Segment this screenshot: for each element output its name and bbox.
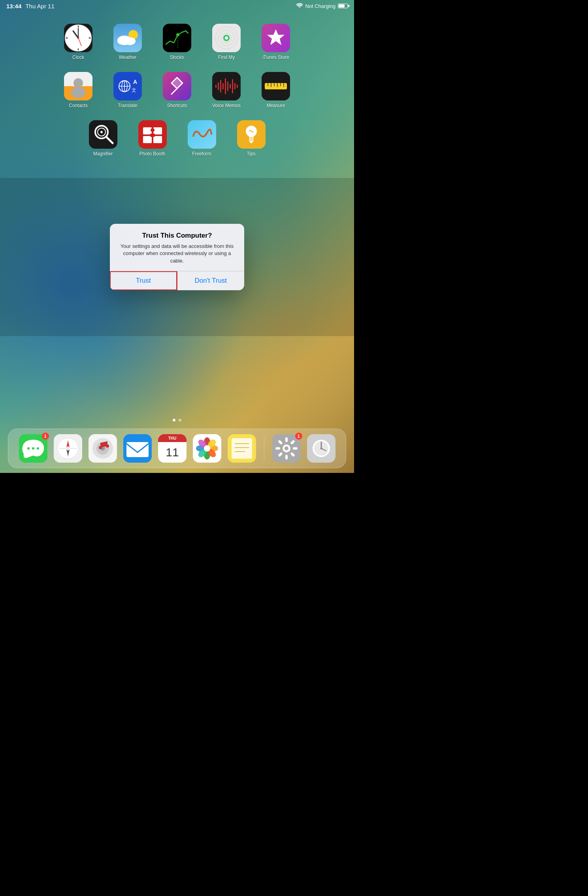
clock-icon: [64, 24, 92, 52]
dock-mail[interactable]: [123, 434, 152, 463]
svg-rect-124: [293, 447, 298, 450]
svg-point-22: [225, 36, 228, 40]
svg-point-64: [100, 131, 103, 133]
photobooth-icon: [138, 120, 167, 149]
svg-point-81: [37, 447, 39, 450]
app-tips[interactable]: Tips: [236, 120, 267, 157]
svg-rect-128: [275, 447, 280, 450]
svg-point-79: [27, 447, 30, 450]
freeform-label: Freeform: [192, 151, 211, 157]
status-date: Thu Apr 11: [25, 3, 54, 9]
magnifier-label: Magnifier: [93, 151, 113, 157]
battery-label: Not Charging: [305, 3, 335, 9]
stocks-icon: [163, 24, 191, 52]
itunes-icon: [262, 24, 290, 52]
trust-button[interactable]: Trust: [110, 271, 177, 290]
svg-point-13: [117, 38, 125, 44]
dock-divider: [264, 437, 264, 460]
svg-point-95: [106, 444, 109, 448]
dialog-content: Trust This Computer? Your settings and d…: [110, 224, 244, 265]
svg-point-93: [102, 448, 104, 449]
trust-dialog-overlay: Trust This Computer? Your settings and d…: [0, 178, 354, 336]
app-freeform[interactable]: Freeform: [186, 120, 218, 157]
status-time: 13:44: [6, 3, 21, 9]
wifi-icon: [296, 3, 303, 9]
mail-dock-icon: [123, 434, 152, 463]
dock: 1: [8, 429, 346, 468]
svg-rect-126: [285, 455, 288, 459]
measure-label: Measure: [267, 103, 285, 108]
page-dot-2[interactable]: [179, 419, 181, 422]
dialog-title: Trust This Computer?: [118, 232, 236, 240]
app-clock[interactable]: Clock: [62, 24, 94, 60]
svg-point-135: [320, 448, 322, 450]
app-weather[interactable]: Weather: [112, 24, 143, 60]
app-magnifier[interactable]: Magnifier: [87, 120, 119, 157]
svg-rect-44: [220, 80, 221, 93]
translate-label: Translate: [118, 103, 138, 108]
dock-notes[interactable]: [228, 434, 256, 463]
app-stocks[interactable]: Stocks: [161, 24, 193, 60]
svg-rect-49: [232, 79, 233, 93]
tips-label: Tips: [247, 151, 255, 157]
dock-music[interactable]: [89, 434, 117, 463]
svg-point-70: [151, 128, 155, 132]
svg-rect-122: [285, 437, 288, 442]
svg-rect-42: [215, 85, 217, 88]
dock-messages[interactable]: 1: [19, 434, 47, 463]
shortcuts-icon: [163, 72, 191, 100]
dock-calendar[interactable]: THU 11: [158, 434, 187, 463]
svg-point-12: [124, 37, 136, 45]
status-right: Not Charging: [296, 3, 348, 9]
app-grid: Clock: [0, 20, 354, 161]
dock-screentime[interactable]: [307, 434, 335, 463]
app-contacts[interactable]: Contacts: [62, 72, 94, 108]
music-dock-icon: [89, 434, 117, 463]
app-shortcuts[interactable]: Shortcuts: [161, 72, 193, 108]
svg-rect-43: [218, 82, 219, 90]
stocks-label: Stocks: [170, 55, 184, 60]
trust-dialog: Trust This Computer? Your settings and d…: [110, 224, 244, 290]
weather-icon: [113, 24, 142, 52]
svg-point-94: [99, 446, 102, 449]
page-dot-1[interactable]: [173, 419, 175, 422]
tips-icon: [237, 120, 266, 149]
dock-settings[interactable]: 1: [272, 434, 301, 463]
battery-icon: [338, 4, 348, 8]
svg-point-113: [204, 445, 210, 452]
itunes-label: iTunes Store: [262, 55, 289, 60]
messages-badge: 1: [42, 433, 49, 440]
svg-text:A: A: [133, 79, 137, 85]
app-row-3: Magnifier Photo Booth: [20, 120, 334, 157]
svg-point-80: [32, 447, 34, 450]
svg-point-32: [71, 87, 85, 98]
dont-trust-button[interactable]: Don't Trust: [177, 271, 245, 290]
freeform-icon: [188, 120, 216, 149]
svg-rect-48: [230, 84, 231, 89]
app-photobooth[interactable]: Photo Booth: [137, 120, 168, 157]
measure-icon: [262, 72, 290, 100]
svg-rect-66: [143, 127, 152, 134]
notes-dock-icon: [228, 434, 256, 463]
photos-dock-icon: [193, 434, 221, 463]
svg-rect-115: [232, 438, 252, 459]
dialog-buttons: Trust Don't Trust: [110, 271, 244, 290]
svg-rect-47: [227, 81, 228, 91]
svg-rect-60: [89, 120, 117, 149]
svg-rect-67: [153, 127, 162, 134]
svg-point-31: [74, 78, 83, 88]
screentime-dock-icon: [307, 434, 335, 463]
dock-photos[interactable]: [193, 434, 221, 463]
app-findmy[interactable]: Find My: [211, 24, 242, 60]
dock-safari[interactable]: [54, 434, 82, 463]
app-voicememos[interactable]: Voice Memos: [211, 72, 242, 108]
svg-text:THU: THU: [168, 436, 176, 440]
app-measure[interactable]: Measure: [260, 72, 292, 108]
voicememos-icon: [212, 72, 241, 100]
app-translate[interactable]: A 文 Translate: [112, 72, 143, 108]
app-itunes[interactable]: iTunes Store: [260, 24, 292, 60]
svg-rect-69: [153, 136, 162, 143]
magnifier-icon: [89, 120, 117, 149]
app-row-1: Clock: [20, 24, 334, 60]
weather-label: Weather: [119, 55, 136, 60]
